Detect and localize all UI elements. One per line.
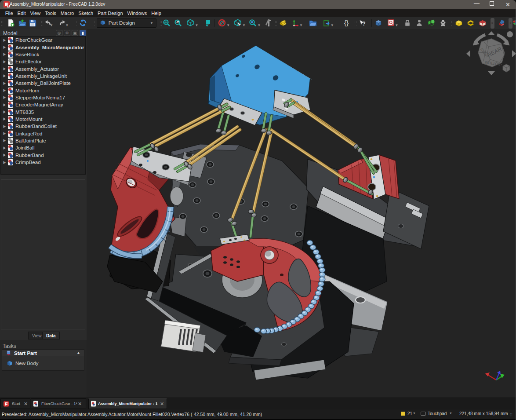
svg-text:{}: {}	[344, 19, 349, 26]
svg-text:?: ?	[363, 21, 366, 27]
